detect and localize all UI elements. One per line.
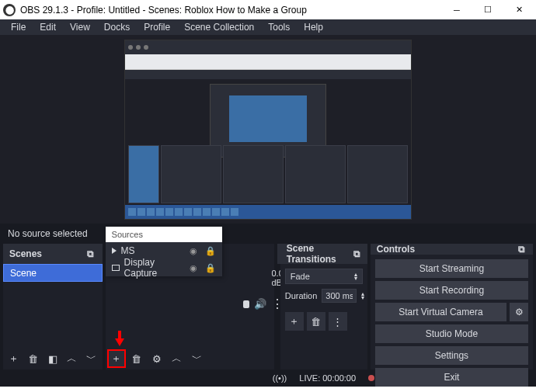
scene-transitions-panel: Scene Transitions ⧉ Fade ▴▾ Duration ▴▾ … [280,244,367,369]
speaker-icon[interactable]: 🔊 [254,298,266,310]
settings-button[interactable]: Settings [375,346,528,365]
obs-app-icon: ⬤ [3,4,16,16]
virtual-camera-settings-button[interactable]: ⚙ [510,303,528,321]
media-source-icon [112,248,117,254]
no-source-label: No source selected [8,228,88,239]
transition-duration-input[interactable] [322,289,357,303]
window-maximize-button[interactable]: ☐ [472,0,503,19]
preview-area[interactable] [0,35,536,224]
scene-add-button[interactable]: ＋ [5,349,23,368]
transition-selected-label: Fade [291,272,310,281]
menubar: File Edit View Docks Profile Scene Colle… [0,19,536,35]
transition-add-button[interactable]: ＋ [285,312,304,331]
menu-tools[interactable]: Tools [262,20,296,34]
window-title: OBS 29.1.3 - Profile: Untitled - Scenes:… [20,5,441,16]
scene-down-button[interactable]: ﹀ [82,349,100,368]
scene-filter-button[interactable]: ◧ [44,349,61,368]
menu-file[interactable]: File [5,20,32,34]
transition-select[interactable]: Fade ▴▾ [285,269,363,284]
studio-mode-button[interactable]: Studio Mode [375,324,528,343]
no-source-bar: No source selected [0,224,536,244]
source-add-button[interactable]: ＋ [107,349,126,368]
source-item-label: Display Capture [124,257,182,279]
window-minimize-button[interactable]: ─ [441,0,472,19]
scene-item-label: Scene [10,268,37,279]
status-live: LIVE: 00:00:00 [299,373,356,383]
sources-toolbar: ＋ 🗑 ⚙ ︿ ﹀ [106,348,274,369]
preview-display-capture [124,40,412,220]
controls-panel: Controls ⧉ Start Streaming Start Recordi… [371,244,533,369]
scene-transitions-header: Scene Transitions ⧉ [280,244,367,264]
transition-properties-button[interactable]: ⋮ [329,312,347,331]
source-up-button[interactable]: ︿ [168,349,186,368]
menu-docks[interactable]: Docks [98,20,136,34]
scene-up-button[interactable]: ︿ [63,349,81,368]
menu-scene-collection[interactable]: Scene Collection [178,20,260,34]
sources-popup: Sources MS ◉ 🔒 Display Capture ◉ 🔒 [106,227,222,276]
controls-header-label: Controls [377,244,415,255]
lock-icon[interactable]: 🔒 [205,263,216,273]
menu-view[interactable]: View [64,20,96,34]
window-titlebar: ⬤ OBS 29.1.3 - Profile: Untitled - Scene… [0,0,536,19]
menu-edit[interactable]: Edit [33,20,62,34]
chevron-up-down-icon: ▴▾ [354,272,357,280]
transition-duration-label: Duration [285,291,318,300]
source-item-display-capture[interactable]: Display Capture ◉ 🔒 [106,259,222,276]
window-close-button[interactable]: ✕ [503,0,534,19]
transition-remove-button[interactable]: 🗑 [307,312,325,331]
start-virtual-camera-button[interactable]: Start Virtual Camera [375,303,506,321]
sources-popup-header: Sources [106,227,222,242]
source-item-label: MS [121,245,182,256]
visibility-icon[interactable]: ◉ [190,263,197,273]
visibility-icon[interactable]: ◉ [190,246,197,256]
scene-item[interactable]: Scene [3,264,103,282]
lock-icon[interactable]: 🔒 [205,246,216,256]
dock-icon[interactable]: ⧉ [85,248,96,259]
menu-profile[interactable]: Profile [137,20,176,34]
start-streaming-button[interactable]: Start Streaming [375,259,528,278]
scenes-panel: Scenes ⧉ Scene ＋ 🗑 ◧ ︿ ﹀ [3,244,103,369]
display-capture-icon [112,265,120,271]
dock-icon[interactable]: ⧉ [352,248,361,259]
scenes-toolbar: ＋ 🗑 ◧ ︿ ﹀ [3,348,103,369]
chevron-up-down-icon[interactable]: ▴▾ [361,292,364,300]
scenes-header: Scenes ⧉ [3,244,103,264]
status-network-icon: ((•)) [273,373,287,383]
source-remove-button[interactable]: 🗑 [127,349,146,368]
exit-button[interactable]: Exit [375,368,528,387]
dock-icon[interactable]: ⧉ [516,244,527,255]
menu-help[interactable]: Help [298,20,329,34]
scenes-header-label: Scenes [9,248,42,259]
start-recording-button[interactable]: Start Recording [375,281,528,300]
controls-header: Controls ⧉ [371,244,533,255]
annotation-arrow-icon [115,331,124,346]
source-properties-button[interactable]: ⚙ [148,349,166,368]
source-down-button[interactable]: ﹀ [188,349,207,368]
scene-transitions-header-label: Scene Transitions [287,243,352,265]
scene-remove-button[interactable]: 🗑 [24,349,42,368]
